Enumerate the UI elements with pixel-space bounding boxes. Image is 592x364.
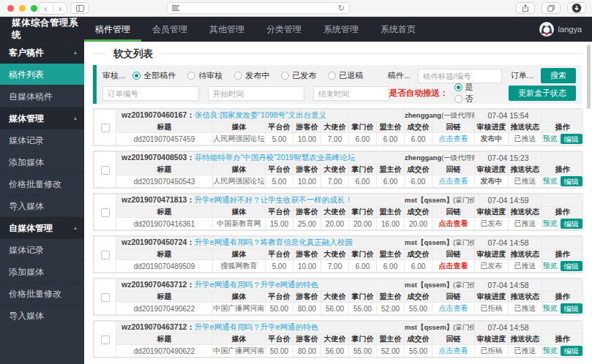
agent-name: mst【qssem】 — [405, 323, 453, 331]
zoom-window-button[interactable] — [31, 5, 37, 12]
column-header: 媒体 — [213, 122, 266, 133]
status-radio-option[interactable]: 发布中 — [234, 70, 269, 81]
sidebar-item[interactable]: 媒体记录 — [0, 239, 84, 261]
sidebar-item[interactable]: 添加媒体 — [0, 261, 84, 283]
preview-link[interactable]: 预览 — [543, 262, 558, 270]
sidebar-item[interactable]: 媒体记录 — [0, 129, 84, 151]
start-time-input[interactable] — [208, 86, 304, 101]
address-bar[interactable]: ↻ — [167, 2, 350, 14]
sidebar-toggle-button[interactable] — [70, 2, 89, 14]
column-header: 标题 — [116, 207, 213, 218]
sidebar-section-header[interactable]: 媒体管理▴ — [0, 107, 84, 129]
price-value: 16.00 — [377, 218, 405, 230]
entry-checkbox[interactable] — [101, 335, 110, 344]
article-title-link[interactable]: 升学e网通有用吗？将教育信息化真正融入校园 — [195, 238, 353, 246]
back-button[interactable]: ‹ — [39, 3, 53, 14]
article-title-link[interactable]: 升学e网通好不好？让学生收获不一样的成长！ — [195, 195, 353, 204]
price-value: 55.00 — [405, 303, 432, 315]
sidebar-section-header[interactable]: 客户稿件▴ — [0, 42, 84, 64]
view-backlink[interactable]: 点击查看 — [439, 177, 468, 185]
sidebar-item[interactable]: 导入媒体 — [0, 195, 84, 217]
price-value: 25.00 — [293, 218, 321, 230]
autopush-radio-option[interactable]: 否 — [454, 94, 473, 105]
sidebar-item[interactable]: 价格批量修改 — [0, 173, 84, 195]
forward-button[interactable]: › — [53, 3, 67, 14]
share-button[interactable] — [516, 2, 535, 14]
content-scrollbar[interactable] — [587, 45, 591, 109]
price-value: 52.00 — [377, 303, 405, 315]
edit-button[interactable]: 编辑 — [561, 261, 582, 271]
article-title-link[interactable]: 升学e网通有用吗？升学e网通的特色 — [195, 280, 318, 289]
edit-button[interactable]: 编辑 — [561, 303, 582, 314]
price-value: 7.00 — [321, 175, 349, 188]
preview-link[interactable]: 预览 — [543, 177, 558, 185]
entry-header: wz2019070463712：升学e网通有用吗？升学e网通的特色 — [116, 279, 405, 292]
column-header: 掌门价 — [349, 164, 377, 175]
view-backlink[interactable]: 点击查看 — [439, 219, 468, 227]
edit-button[interactable]: 编辑 — [561, 219, 582, 229]
close-window-button[interactable] — [7, 5, 14, 12]
sidebar-item[interactable]: 添加媒体 — [0, 151, 84, 173]
update-box-status-button[interactable]: 更新盒子状态 — [509, 86, 576, 101]
preview-link[interactable]: 预览 — [543, 134, 558, 143]
article-title-link[interactable]: 升学e网通有用吗？升学e网通的特色 — [195, 322, 318, 331]
sidebar-item[interactable]: 价格批量修改 — [0, 283, 84, 305]
media-name: 中国广播网河南 — [213, 345, 266, 357]
view-backlink[interactable]: 点击查看 — [439, 304, 468, 312]
price-value: 15.00 — [266, 218, 293, 230]
nav-tab[interactable]: 系统首页 — [370, 17, 427, 42]
status-radio-option[interactable]: 已退稿 — [328, 70, 363, 81]
status-radio-option[interactable]: 全部稿件 — [132, 70, 176, 81]
end-time-input[interactable] — [313, 86, 389, 101]
preview-link[interactable]: 预览 — [543, 346, 558, 354]
minimize-window-button[interactable] — [19, 5, 26, 12]
entry-checkbox[interactable] — [101, 293, 110, 302]
preview-link[interactable]: 预览 — [543, 219, 558, 227]
price-value: 6.00 — [349, 175, 377, 188]
keyword-input[interactable] — [418, 69, 502, 83]
autopush-radio-option[interactable]: 是 — [454, 82, 473, 93]
status-radio-option[interactable]: 待审核 — [187, 70, 222, 81]
preview-link[interactable]: 预览 — [543, 304, 558, 312]
tabs-overview-button[interactable] — [542, 2, 561, 14]
nav-tab[interactable]: 分类管理 — [255, 17, 312, 42]
push-status: 已推送 — [509, 345, 542, 357]
nav-tab[interactable]: 会员管理 — [141, 17, 198, 42]
price-value: 10.00 — [293, 175, 321, 188]
sidebar-section-header[interactable]: 自媒体管理▴ — [0, 217, 84, 239]
column-header: 回链 — [432, 249, 475, 260]
download-icon — [572, 3, 582, 13]
edit-button[interactable]: 编辑 — [561, 346, 582, 356]
reload-icon[interactable]: ↻ — [338, 4, 345, 12]
user-box[interactable]: langya — [539, 17, 592, 42]
sidebar-item[interactable]: 导入媒体 — [0, 305, 84, 327]
edit-button[interactable]: 编辑 — [561, 176, 582, 186]
downloads-button[interactable] — [567, 2, 586, 14]
sidebar-item[interactable]: 自媒体稿件 — [0, 86, 84, 107]
order-no-input[interactable] — [102, 86, 199, 101]
entry-checkbox[interactable] — [101, 166, 110, 175]
entry-checkbox[interactable] — [101, 124, 110, 132]
app-logo[interactable]: 媒体综合管理系统 — [0, 17, 84, 42]
view-backlink[interactable]: 点击查看 — [439, 346, 468, 354]
column-header: 审核进度 — [475, 164, 509, 175]
edit-button[interactable]: 编辑 — [561, 134, 582, 144]
nav-tab[interactable]: 其他管理 — [198, 17, 255, 42]
entry-checkbox-cell — [94, 322, 116, 357]
article-title-link[interactable]: 张信良:国家发改委“1098号”文出台意义 — [195, 110, 326, 119]
entry-checkbox[interactable] — [101, 208, 110, 217]
sidebar-item[interactable]: 稿件列表 — [0, 64, 84, 86]
article-title-link[interactable]: 菲特能特举办“中国丹棱”2019智慧农业高峰论坛 — [195, 153, 355, 162]
column-header: 盟主价 — [377, 249, 405, 260]
radio-label: 已退稿 — [339, 70, 363, 81]
nav-tab[interactable]: 系统管理 — [312, 17, 370, 42]
nav-tab[interactable]: 稿件管理 — [84, 17, 141, 42]
entry-checkbox[interactable] — [101, 251, 110, 259]
view-backlink[interactable]: 点击查看 — [439, 134, 468, 143]
column-header: 大使价 — [321, 292, 349, 303]
status-radio-option[interactable]: 已发布 — [281, 70, 316, 81]
view-backlink[interactable]: 点击查看 — [439, 262, 468, 270]
order-doc-no: dd2019070450543 — [116, 175, 213, 188]
sidebar-section-title: 客户稿件 — [9, 42, 44, 64]
agent-info: mst【qssem】(掌门价格) — [405, 194, 475, 207]
